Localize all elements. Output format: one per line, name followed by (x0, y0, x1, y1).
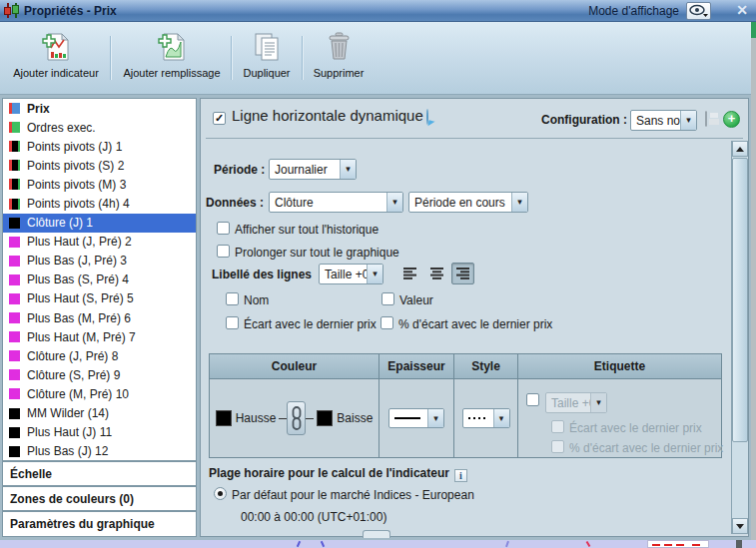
background-app-green-sliver (751, 22, 756, 38)
pct-ecart-checkbox[interactable] (380, 316, 393, 329)
dotted-line-sample (463, 417, 493, 419)
hausse-label: Hausse (236, 411, 277, 425)
scroll-down-button[interactable] (732, 518, 748, 534)
etiquette-ecart-checkbox (551, 420, 564, 433)
prolonger-checkbox[interactable] (217, 245, 230, 258)
sidebar-item-points-pivots-s[interactable]: Points pivots (S) 2 (3, 156, 196, 175)
configuration-label: Configuration : (541, 113, 627, 127)
chain-icon (291, 406, 303, 430)
sidebar-item-cloture-j-pre[interactable]: Clôture (J, Pré) 8 (3, 346, 196, 365)
series-color-swatch (9, 350, 20, 361)
title-bar[interactable]: Propriétés - Prix Mode d'affichage ✕ (0, 0, 756, 22)
duplicate-button[interactable]: Dupliquer (237, 30, 297, 90)
scrollbar-thumb[interactable] (732, 158, 748, 442)
indicator-enabled-checkbox[interactable]: ✓ (213, 112, 226, 125)
etiquette-ecart-label: Écart avec le dernier prix (569, 421, 702, 435)
sidebar-section-echelle[interactable]: Échelle (2, 461, 197, 486)
toolbar-separator (302, 36, 303, 80)
epaisseur-cell: ▾ (379, 379, 454, 457)
properties-dialog: Propriétés - Prix Mode d'affichage ✕ (0, 0, 756, 548)
etiquette-enable-checkbox[interactable] (526, 393, 539, 406)
sidebar-item-plus-bas-j-pre[interactable]: Plus Bas (J, Pré) 3 (3, 252, 196, 271)
style-select[interactable]: ▾ (462, 408, 510, 428)
align-left-button[interactable] (398, 263, 421, 284)
duplicate-icon (251, 30, 283, 64)
etiquette-size-select: Taille +0 ▾ (545, 392, 607, 413)
chevron-down-icon[interactable]: ▾ (386, 193, 402, 212)
sidebar-item-mm-wilder[interactable]: MM Wilder (14) (3, 404, 196, 423)
sidebar-item-plus-bas-s-pre[interactable]: Plus Bas (S, Pré) 4 (3, 271, 196, 289)
sidebar-item-plus-haut-j[interactable]: Plus Haut (J) 11 (3, 423, 196, 442)
chevron-down-icon[interactable]: ▾ (511, 193, 527, 212)
sidebar-item-points-pivots-m[interactable]: Points pivots (M) 3 (3, 175, 196, 194)
sidebar-section-parametres-graphique[interactable]: Paramètres du graphique (2, 511, 197, 537)
valeur-checkbox[interactable] (381, 292, 394, 305)
marche-defaut-radio[interactable] (214, 487, 227, 500)
ecart-checkbox[interactable] (226, 316, 239, 329)
sidebar-item-plus-bas-m-pre[interactable]: Plus Bas (M, Pré) 6 (3, 308, 196, 327)
periode-select[interactable]: Journalier ▾ (269, 159, 357, 180)
series-color-swatch (9, 179, 20, 190)
chevron-down-icon[interactable]: ▾ (493, 409, 509, 427)
plage-time-range: 00:00 à 00:00 (UTC+01:00) (241, 510, 386, 524)
solid-line-sample (389, 417, 427, 419)
sidebar-item-cloture-s-pre[interactable]: Clôture (S, Pré) 9 (3, 365, 196, 384)
align-right-button[interactable] (451, 263, 474, 284)
panel-scrollbar[interactable] (731, 141, 748, 534)
sidebar-item-cloture-m-pre[interactable]: Clôture (M, Pré) 10 (3, 384, 196, 403)
comment-bubble-icon[interactable] (426, 109, 428, 125)
info-icon[interactable]: i (454, 469, 467, 482)
panel-resize-grip[interactable] (363, 530, 390, 538)
series-color-swatch (9, 199, 20, 210)
chevron-down-icon[interactable]: ▾ (340, 160, 356, 179)
toolbar-separator (231, 36, 232, 80)
sidebar-section-zones-couleurs[interactable]: Zones de couleurs (0) (2, 486, 197, 511)
add-indicator-button[interactable]: Ajouter indicateur (6, 30, 106, 90)
sidebar-item-points-pivots-4h[interactable]: Points pivots (4h) 4 (3, 194, 196, 213)
add-indicator-label: Ajouter indicateur (13, 67, 99, 79)
align-right-icon (456, 268, 470, 279)
series-color-swatch (9, 369, 20, 380)
table-header-row: Couleur Epaisseur Style Etiquette (210, 354, 721, 379)
donnees-label: Données : (206, 196, 264, 210)
save-configuration-icon[interactable] (705, 111, 707, 127)
historique-checkbox[interactable] (217, 222, 230, 235)
sidebar-item-plus-bas-j[interactable]: Plus Bas (J) 12 (3, 442, 196, 461)
baisse-color-swatch[interactable] (317, 410, 333, 426)
sidebar-item-plus-haut-j-pre[interactable]: Plus Haut (J, Pré) 2 (3, 233, 196, 252)
add-configuration-button[interactable]: + (723, 111, 740, 128)
periode-label: Période : (214, 163, 265, 177)
sidebar-item-prix[interactable]: Prix (3, 99, 196, 118)
hausse-color-swatch[interactable] (216, 410, 232, 426)
sidebar-item-cloture-j-selected[interactable]: Clôture (J) 1 (3, 214, 196, 233)
donnees-source-select[interactable]: Clôture ▾ (269, 192, 403, 213)
sidebar-item-plus-haut-m-pre[interactable]: Plus Haut (M, Pré) 7 (3, 327, 196, 346)
close-button[interactable]: ✕ (736, 2, 748, 18)
nom-checkbox[interactable] (226, 292, 239, 305)
sidebar-item-points-pivots-j[interactable]: Points pivots (J) 1 (3, 137, 196, 156)
marche-defaut-label: Par défaut pour le marché Indices - Euro… (232, 488, 474, 502)
toolbar: Ajouter indicateur Ajouter remplissage (0, 22, 751, 95)
add-fill-button[interactable]: Ajouter remplissage (118, 30, 226, 90)
series-color-swatch (9, 218, 20, 229)
libelle-size-select[interactable]: Taille +0 ▾ (319, 264, 383, 284)
toolbar-separator (110, 36, 111, 80)
libelle-label: Libellé des lignes (212, 268, 312, 281)
display-mode-eye-button[interactable] (686, 2, 711, 20)
header-etiquette: Etiquette (518, 354, 721, 379)
sidebar-item-plus-haut-s-pre[interactable]: Plus Haut (S, Pré) 5 (3, 289, 196, 308)
scroll-up-button[interactable] (732, 141, 748, 157)
sidebar-item-ordres-exec[interactable]: Ordres exec. (3, 118, 196, 137)
baisse-label: Baisse (337, 411, 373, 425)
delete-button[interactable]: Supprimer (308, 30, 370, 90)
chevron-down-icon[interactable]: ▾ (367, 265, 382, 283)
epaisseur-select[interactable]: ▾ (388, 408, 444, 428)
configuration-select[interactable]: Sans nom* ▾ (630, 110, 697, 131)
chevron-down-icon[interactable]: ▾ (427, 409, 443, 427)
align-center-icon (430, 268, 444, 279)
donnees-scope-select[interactable]: Période en cours ▾ (408, 192, 528, 213)
link-colors-button[interactable] (287, 401, 306, 435)
series-color-swatch (9, 122, 20, 133)
chevron-down-icon[interactable]: ▾ (680, 111, 696, 130)
align-center-button[interactable] (425, 263, 448, 284)
